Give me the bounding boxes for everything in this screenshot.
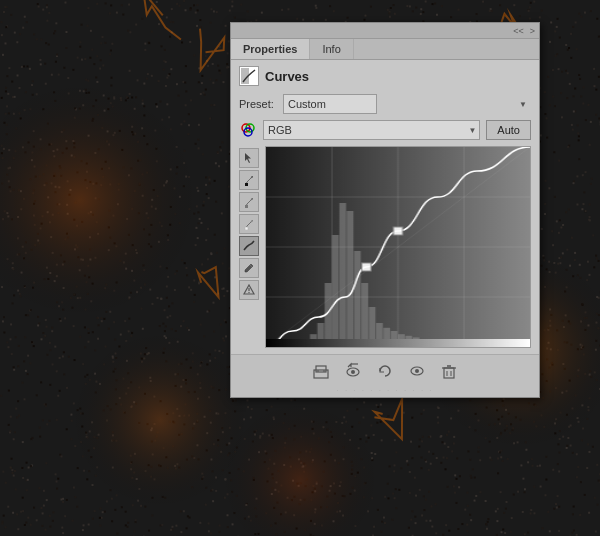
channel-select[interactable]: RGB Red Green Blue [263, 120, 480, 140]
svg-rect-7 [245, 227, 248, 230]
curve-canvas[interactable] [266, 147, 530, 347]
preset-select[interactable]: Custom Default Strong Contrast Linear Co… [283, 94, 377, 114]
preset-label: Preset: [239, 98, 277, 110]
visibility-button[interactable] [406, 360, 428, 382]
preset-row: Preset: Custom Default Strong Contrast L… [239, 94, 531, 114]
panel-controls: << > [513, 26, 535, 36]
title-row: Curves [239, 66, 531, 86]
svg-rect-21 [444, 368, 454, 378]
tabs-row: Properties Info [231, 39, 539, 60]
panel-title: Curves [265, 69, 309, 84]
channel-icon [239, 121, 257, 139]
panel-expand-icon[interactable]: > [530, 26, 535, 36]
tools-column [239, 146, 261, 348]
eyedropper-white-tool[interactable] [239, 214, 259, 234]
eyedropper-gray-tool[interactable] [239, 192, 259, 212]
delete-button[interactable] [438, 360, 460, 382]
clip-to-layer-button[interactable] [310, 360, 332, 382]
clipping-warning-tool[interactable] [239, 280, 259, 300]
pointer-tool[interactable] [239, 148, 259, 168]
curve-point-tool[interactable] [239, 236, 259, 256]
svg-point-11 [248, 292, 249, 293]
bottom-toolbar [231, 354, 539, 386]
svg-point-17 [351, 370, 355, 374]
reset-button[interactable] [374, 360, 396, 382]
main-area [239, 146, 531, 348]
curve-container[interactable] [265, 146, 531, 348]
svg-point-20 [415, 369, 419, 373]
eye-with-arrow-button[interactable] [342, 360, 364, 382]
curves-panel: << > Properties Info Curves Preset: [230, 22, 540, 398]
channel-row: RGB Red Green Blue Auto [239, 120, 531, 140]
panel-topbar: << > [231, 23, 539, 39]
eyedropper-black-tool[interactable] [239, 170, 259, 190]
pencil-tool[interactable] [239, 258, 259, 278]
curves-icon [239, 66, 259, 86]
tab-properties[interactable]: Properties [231, 39, 310, 59]
svg-rect-5 [245, 183, 248, 186]
channel-select-wrapper: RGB Red Green Blue [263, 120, 480, 140]
panel-content: Curves Preset: Custom Default Strong Con… [231, 60, 539, 354]
preset-select-wrapper: Custom Default Strong Contrast Linear Co… [283, 94, 531, 114]
resize-handle[interactable]: · · · · · · · · · · · · [231, 386, 539, 397]
auto-button[interactable]: Auto [486, 120, 531, 140]
svg-rect-6 [245, 205, 248, 208]
panel-collapse-icon[interactable]: << [513, 26, 524, 36]
tab-info[interactable]: Info [310, 39, 353, 59]
